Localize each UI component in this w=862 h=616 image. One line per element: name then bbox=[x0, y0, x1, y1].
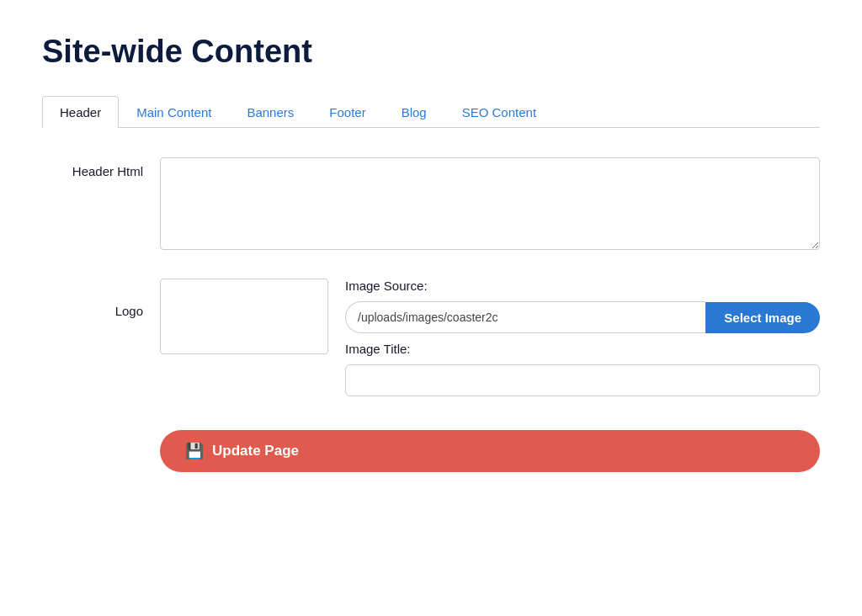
header-html-textarea[interactable] bbox=[160, 157, 820, 250]
logo-preview bbox=[160, 279, 328, 354]
logo-controls: Image Source: Select Image Image Title: bbox=[345, 279, 820, 396]
select-image-button[interactable]: Select Image bbox=[705, 302, 820, 333]
tab-seo-content[interactable]: SEO Content bbox=[444, 96, 554, 128]
image-title-label: Image Title: bbox=[345, 342, 820, 356]
image-source-input-row: Select Image bbox=[345, 301, 820, 333]
image-source-input[interactable] bbox=[345, 301, 705, 333]
tab-main-content[interactable]: Main Content bbox=[119, 96, 229, 128]
update-page-label: Update Page bbox=[212, 443, 299, 459]
save-icon: 💾 bbox=[185, 442, 204, 460]
image-source-label: Image Source: bbox=[345, 279, 820, 293]
tab-header[interactable]: Header bbox=[42, 96, 119, 128]
page-title: Site-wide Content bbox=[42, 34, 820, 70]
image-title-input[interactable] bbox=[345, 364, 820, 396]
tab-footer[interactable]: Footer bbox=[311, 96, 383, 128]
tab-blog[interactable]: Blog bbox=[384, 96, 444, 128]
tab-banners[interactable]: Banners bbox=[229, 96, 311, 128]
form-section: Header Html Logo Image Source: Select Im… bbox=[42, 157, 820, 472]
logo-label: Logo bbox=[42, 279, 143, 318]
logo-row: Logo Image Source: Select Image Image Ti… bbox=[42, 279, 820, 396]
update-page-button[interactable]: 💾 Update Page bbox=[160, 430, 820, 472]
header-html-label: Header Html bbox=[42, 157, 143, 178]
tabs-bar: Header Main Content Banners Footer Blog … bbox=[42, 95, 820, 128]
header-html-row: Header Html bbox=[42, 157, 820, 253]
header-html-control bbox=[160, 157, 820, 253]
